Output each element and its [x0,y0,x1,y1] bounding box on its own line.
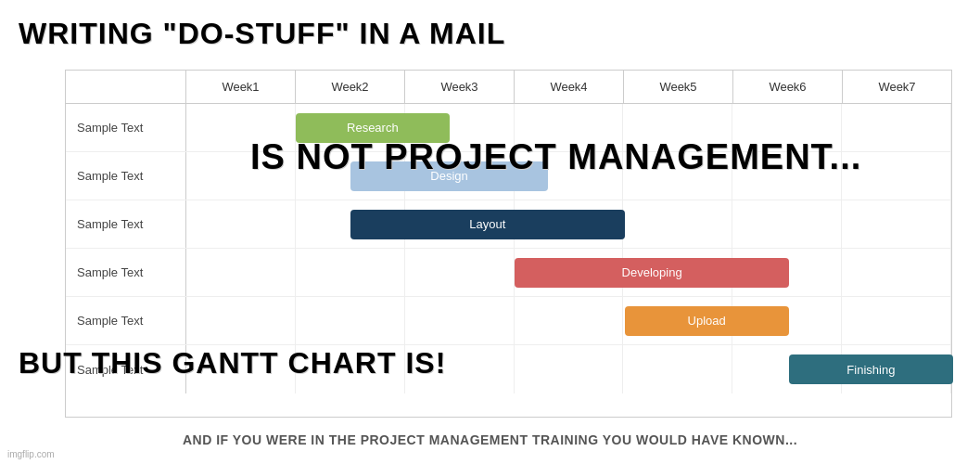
gantt-cell [296,200,405,248]
gantt-cell [515,200,624,248]
gantt-cells: Layout [186,200,951,248]
gantt-cell [842,200,951,248]
gantt-cell [296,297,405,344]
middle-text: IS NOT PROJECT MANAGEMENT... [250,137,861,177]
gantt-cell [405,200,515,248]
gantt-header: Week1 Week2 Week3 Week4 Week5 Week6 Week… [66,71,951,104]
gantt-row: Sample TextDeveloping [66,249,951,297]
gantt-cell [623,200,732,248]
gantt-week-3: Week3 [405,71,515,103]
meme-container: WRITING "DO-STUFF" IN A MAIL IS NOT PROJ… [0,0,980,464]
gantt-row-label: Sample Text [66,297,186,344]
gantt-cell [296,249,405,296]
gantt-cell [623,249,732,296]
gantt-week-6: Week6 [733,71,843,103]
gantt-week-5: Week5 [624,71,733,103]
gantt-week-2: Week2 [296,71,405,103]
gantt-cell [732,297,842,344]
gantt-row: Sample TextLayout [66,200,951,249]
gantt-cell [405,297,515,344]
gantt-cell [186,249,296,296]
gantt-cells: Upload [186,297,951,344]
gantt-cell [842,345,951,393]
gantt-cell [623,297,732,344]
gantt-cells: Developing [186,249,951,296]
gantt-cell [732,200,842,248]
gantt-cell [732,249,842,296]
gantt-cell [842,297,951,344]
gantt-cell [515,297,624,344]
gantt-row-label: Sample Text [66,104,186,151]
bottom-caption: AND IF YOU WERE IN THE PROJECT MANAGEMEN… [0,432,980,447]
gantt-cell [732,345,842,393]
gantt-cell [515,345,624,393]
top-text: WRITING "DO-STUFF" IN A MAIL [19,17,505,51]
gantt-cell [515,249,624,296]
gantt-cell [186,200,296,248]
gantt-cell [186,297,296,344]
gantt-week-7: Week7 [843,71,951,103]
gantt-week-4: Week4 [515,71,624,103]
bottom-left-text: BUT THIS GANTT CHART IS! [19,346,446,380]
gantt-cell [623,345,732,393]
gantt-row-label: Sample Text [66,152,186,200]
gantt-row: Sample TextUpload [66,297,951,345]
gantt-row-label: Sample Text [66,200,186,248]
gantt-cell [842,249,951,296]
gantt-week-1: Week1 [186,71,296,103]
gantt-row-label: Sample Text [66,249,186,296]
gantt-cell [405,249,515,296]
watermark: imgflip.com [7,449,55,459]
gantt-label-header [66,71,186,103]
